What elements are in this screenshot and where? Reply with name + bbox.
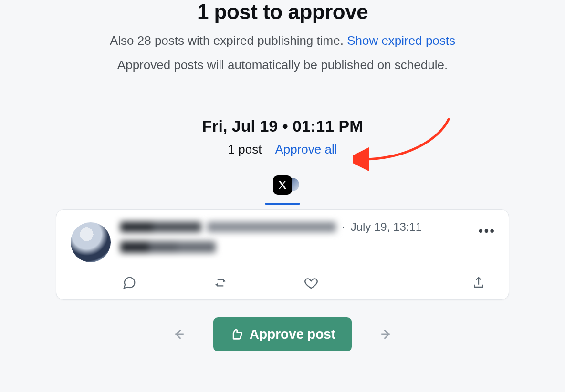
approve-all-link[interactable]: Approve all — [275, 142, 337, 157]
active-tab-underline — [265, 203, 300, 205]
platform-tab-x[interactable] — [265, 174, 300, 196]
post-more-menu[interactable]: ••• — [479, 224, 495, 237]
retweet-icon[interactable] — [213, 276, 228, 290]
auto-publish-note: Approved posts will automatically be pub… — [0, 58, 565, 72]
approve-post-label: Approve post — [250, 327, 335, 342]
post-count: 1 post — [228, 142, 262, 157]
approval-header: 1 post to approve Also 28 posts with exp… — [0, 0, 565, 89]
post-actions-row — [71, 276, 494, 292]
post-byline: · July 19, 13:11 — [120, 220, 494, 234]
schedule-datetime: Fri, Jul 19 • 01:11 PM — [0, 117, 565, 135]
expired-count-text: Also 28 posts with expired publishing ti… — [110, 33, 347, 48]
show-expired-link[interactable]: Show expired posts — [347, 33, 455, 48]
reply-icon[interactable] — [122, 276, 136, 290]
post-card: · July 19, 13:11 ••• — [56, 209, 509, 300]
expired-info-line: Also 28 posts with expired publishing ti… — [0, 33, 565, 48]
approval-nav-row: Approve post — [0, 317, 565, 351]
next-post-button[interactable] — [377, 326, 394, 342]
like-icon[interactable] — [304, 276, 318, 290]
thumbs-up-icon — [230, 328, 243, 341]
share-icon[interactable] — [471, 276, 486, 290]
post-avatar — [71, 222, 111, 262]
post-author-name-redacted — [120, 222, 201, 232]
x-twitter-icon — [273, 175, 292, 195]
approve-post-button[interactable]: Approve post — [213, 317, 352, 351]
prev-post-button[interactable] — [171, 326, 188, 342]
timestamp-separator: · — [342, 220, 345, 234]
post-timestamp: July 19, 13:11 — [351, 220, 422, 234]
post-body-redacted — [120, 241, 216, 253]
page-title: 1 post to approve — [0, 0, 565, 24]
post-author-handle-redacted — [207, 222, 336, 232]
schedule-block: Fri, Jul 19 • 01:11 PM 1 post Approve al… — [0, 89, 565, 196]
